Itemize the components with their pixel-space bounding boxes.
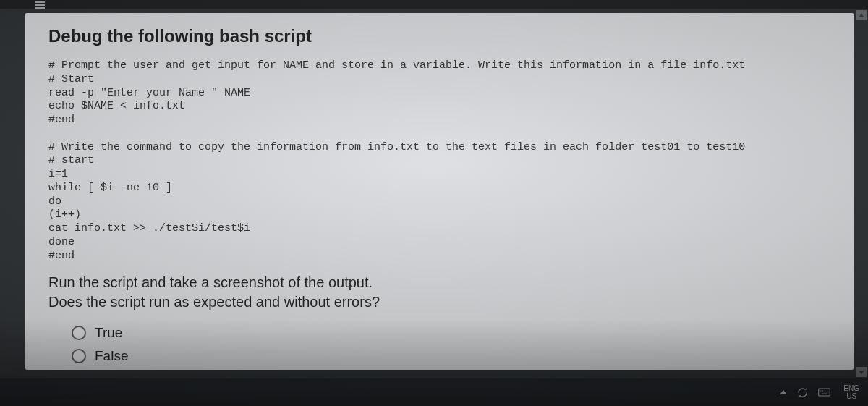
scrollbar-up-button[interactable] [856, 10, 867, 20]
answer-options: True False [48, 325, 830, 364]
option-false[interactable]: False [72, 348, 830, 364]
option-false-label: False [95, 348, 128, 364]
code-block: # Prompt the user and get input for NAME… [48, 59, 830, 263]
radio-icon [72, 349, 86, 363]
svg-rect-0 [819, 389, 830, 396]
windows-taskbar: ENG US [0, 378, 868, 406]
option-true[interactable]: True [72, 325, 830, 341]
window-top-bar [0, 0, 868, 9]
tray-sync-icon[interactable] [797, 387, 808, 398]
question-panel: Debug the following bash script # Prompt… [25, 13, 854, 370]
tray-chevron-up[interactable] [780, 390, 787, 394]
instruction-line-2: Does the script run as expected and with… [48, 294, 380, 310]
chevron-up-icon [780, 390, 787, 394]
scrollbar-down-button[interactable] [856, 367, 867, 377]
instruction-line-1: Run the script and take a screenshot of … [48, 274, 373, 290]
question-title: Debug the following bash script [48, 26, 830, 46]
question-instruction: Run the script and take a screenshot of … [48, 273, 830, 312]
option-true-label: True [95, 325, 122, 341]
language-indicator[interactable]: ENG US [841, 383, 862, 402]
radio-icon [72, 326, 86, 340]
lang-bottom: US [843, 392, 859, 400]
chevron-up-icon [859, 14, 864, 17]
chevron-down-icon [859, 371, 864, 374]
lang-top: ENG [843, 384, 859, 392]
tray-keyboard-icon[interactable] [818, 388, 830, 397]
hamburger-icon[interactable] [35, 1, 45, 9]
